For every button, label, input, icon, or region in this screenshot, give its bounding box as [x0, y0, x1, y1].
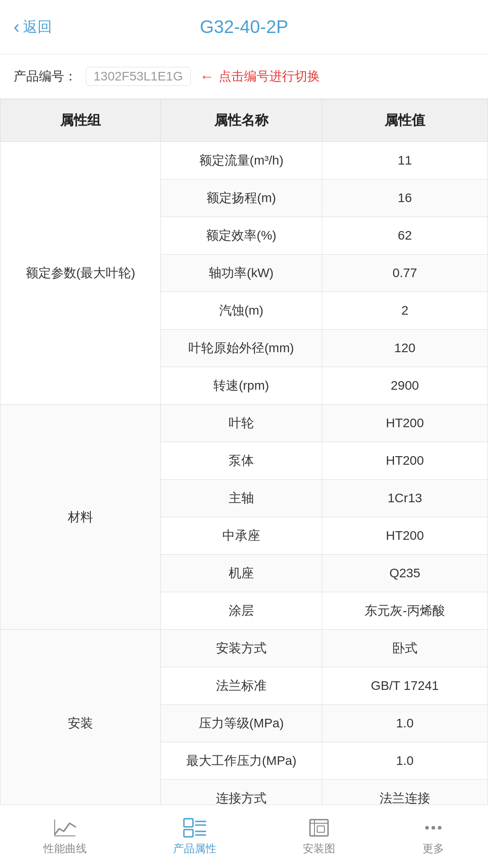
svg-point-13 — [432, 826, 435, 830]
attr-value-cell: 卧式 — [322, 630, 488, 667]
group-cell: 材料 — [0, 405, 161, 630]
back-label: 返回 — [23, 17, 52, 37]
more-icon — [422, 818, 445, 838]
group-cell: 安装 — [0, 630, 161, 817]
switch-hint-text: 点击编号进行切换 — [219, 68, 320, 85]
attr-value-cell: 0.77 — [322, 255, 488, 292]
attr-value-cell: 2 — [322, 292, 488, 330]
attr-name-cell: 叶轮 — [160, 405, 322, 442]
attr-name-cell: 法兰标准 — [160, 667, 322, 705]
product-attributes-icon — [183, 818, 206, 838]
installation-diagram-icon — [307, 818, 331, 838]
nav-label-attributes: 产品属性 — [173, 841, 216, 856]
table-row: 安装安装方式卧式 — [0, 630, 488, 667]
performance-curve-icon — [53, 818, 77, 838]
svg-point-12 — [425, 826, 429, 830]
attr-name-cell: 安装方式 — [160, 630, 322, 667]
attr-name-cell: 轴功率(kW) — [160, 255, 322, 292]
attr-value-cell: 东元灰-丙烯酸 — [322, 592, 488, 630]
svg-rect-2 — [184, 819, 193, 827]
table-row: 额定参数(最大叶轮)额定流量(m³/h)11 — [0, 142, 488, 179]
nav-item-more[interactable]: 更多 — [422, 818, 445, 856]
attr-name-cell: 主轴 — [160, 480, 322, 517]
attr-name-cell: 压力等级(MPa) — [160, 705, 322, 742]
attr-value-cell: GB/T 17241 — [322, 667, 488, 705]
attr-name-cell: 最大工作压力(MPa) — [160, 742, 322, 780]
header: ‹ 返回 G32-40-2P — [0, 0, 488, 54]
attr-name-cell: 额定流量(m³/h) — [160, 142, 322, 179]
page-title: G32-40-2P — [200, 17, 288, 37]
col-value: 属性值 — [322, 99, 488, 142]
svg-rect-11 — [317, 826, 324, 832]
table-header-row: 属性组 属性名称 属性值 — [0, 99, 488, 142]
nav-item-attributes[interactable]: 产品属性 — [173, 818, 216, 856]
svg-rect-8 — [310, 820, 328, 836]
attr-name-cell: 叶轮原始外径(mm) — [160, 330, 322, 367]
attr-value-cell: 1.0 — [322, 705, 488, 742]
attr-value-cell: 1Cr13 — [322, 480, 488, 517]
attr-name-cell: 机座 — [160, 555, 322, 592]
attr-name-cell: 涂层 — [160, 592, 322, 630]
table-row: 材料叶轮HT200 — [0, 405, 488, 442]
attr-name-cell: 泵体 — [160, 442, 322, 480]
product-code[interactable]: 1302F53L1E1G — [86, 67, 191, 86]
switch-hint[interactable]: ← 点击编号进行切换 — [200, 68, 320, 85]
attr-value-cell: 11 — [322, 142, 488, 179]
nav-label-installation: 安装图 — [303, 841, 335, 856]
attr-name-cell: 转速(rpm) — [160, 367, 322, 405]
product-number-label: 产品编号： — [14, 68, 77, 85]
attr-value-cell: 2900 — [322, 367, 488, 405]
nav-label-performance: 性能曲线 — [43, 841, 87, 856]
attributes-table: 属性组 属性名称 属性值 额定参数(最大叶轮)额定流量(m³/h)11额定扬程(… — [0, 99, 488, 868]
attr-name-cell: 汽蚀(m) — [160, 292, 322, 330]
attr-value-cell: 16 — [322, 179, 488, 217]
attr-name-cell: 中承座 — [160, 517, 322, 555]
attr-value-cell: 62 — [322, 217, 488, 255]
product-bar: 产品编号： 1302F53L1E1G ← 点击编号进行切换 — [0, 54, 488, 99]
attr-value-cell: 1.0 — [322, 742, 488, 780]
attr-name-cell: 额定效率(%) — [160, 217, 322, 255]
attr-value-cell: HT200 — [322, 517, 488, 555]
svg-rect-3 — [184, 830, 193, 837]
nav-item-installation[interactable]: 安装图 — [303, 818, 335, 856]
col-group: 属性组 — [0, 99, 161, 142]
attr-value-cell: Q235 — [322, 555, 488, 592]
svg-point-14 — [438, 826, 441, 830]
attr-name-cell: 额定扬程(m) — [160, 179, 322, 217]
bottom-nav: 性能曲线 产品属性 安装图 — [0, 805, 488, 868]
nav-label-more: 更多 — [422, 841, 444, 856]
attr-value-cell: HT200 — [322, 405, 488, 442]
attr-value-cell: 120 — [322, 330, 488, 367]
switch-arrow-icon: ← — [200, 68, 214, 85]
back-arrow-icon: ‹ — [14, 17, 19, 37]
nav-item-performance[interactable]: 性能曲线 — [43, 818, 87, 856]
attr-value-cell: HT200 — [322, 442, 488, 480]
attributes-table-wrapper: 属性组 属性名称 属性值 额定参数(最大叶轮)额定流量(m³/h)11额定扬程(… — [0, 99, 488, 868]
back-button[interactable]: ‹ 返回 — [14, 17, 52, 37]
group-cell: 额定参数(最大叶轮) — [0, 142, 161, 405]
col-name: 属性名称 — [160, 99, 322, 142]
